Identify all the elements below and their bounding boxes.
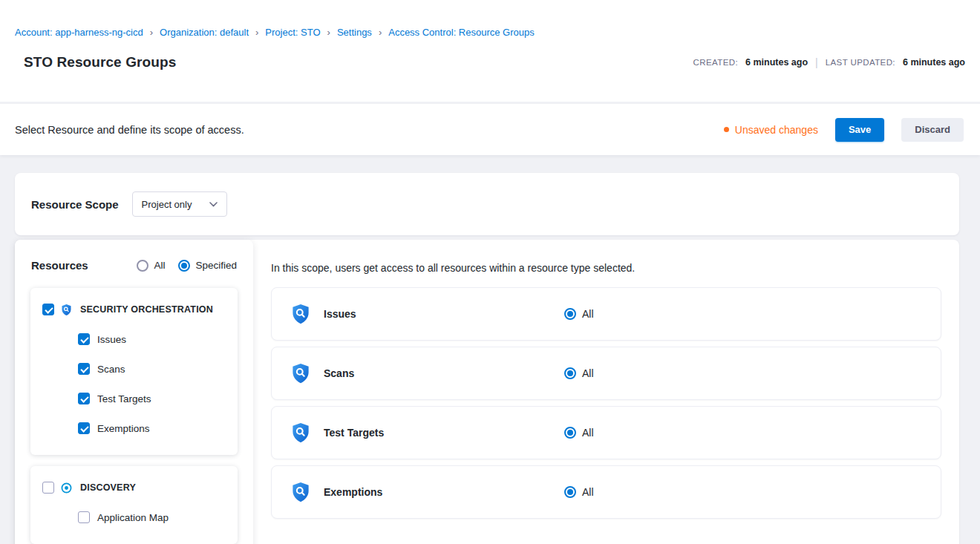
radio-icon[interactable] [178,260,190,272]
radio-icon[interactable] [137,260,148,272]
page-title: STO Resource Groups [24,54,176,71]
all-radio-label[interactable]: All [154,260,165,271]
resource-scope-selected-value: Project only [142,199,192,210]
chevron-right-icon: › [150,27,153,38]
breadcrumb-organization-link[interactable]: Organization: default [160,27,249,38]
discovery-icon [60,482,73,494]
resource-group-security-orchestration: SECURITY ORCHESTRATION Issues Scans Test… [30,288,238,455]
test-targets-checkbox-label[interactable]: Test Targets [97,393,151,404]
action-toolbar: Select Resource and define its scope of … [0,104,980,155]
test-targets-checkbox[interactable] [78,393,90,404]
breadcrumb-resource-groups-link[interactable]: Access Control: Resource Groups [388,27,535,38]
resource-type-name: Scans [324,367,564,379]
breadcrumb: Account: app-harness-ng-cicd › Organizat… [15,27,965,38]
security-orchestration-checkbox[interactable] [42,304,54,315]
scans-checkbox[interactable] [78,363,90,375]
breadcrumb-project-link[interactable]: Project: STO [265,27,320,38]
unsaved-changes-indicator: Unsaved changes [724,124,818,136]
specified-resources-radio-option[interactable]: Specified [178,260,237,272]
issues-checkbox-label[interactable]: Issues [97,334,126,345]
resource-group-discovery: DISCOVERY Application Map [30,466,238,544]
resource-scope-label: Resource Scope [31,198,119,211]
main-content: Resource Scope Project only Resources Al… [0,155,980,544]
created-label: CREATED: [693,58,739,67]
access-row-exemptions: Exemptions All [271,465,941,519]
issues-checkbox[interactable] [78,333,90,345]
access-row-test-targets: Test Targets All [271,406,941,459]
save-button[interactable]: Save [835,118,884,142]
last-updated-label: LAST UPDATED: [826,58,895,67]
created-value: 6 minutes ago [745,57,808,68]
unsaved-changes-label: Unsaved changes [735,124,818,136]
resource-item-application-map: Application Map [78,502,226,532]
sto-shield-icon [290,422,312,444]
resources-panel: Resources All Specified [15,240,253,544]
all-access-radio-label[interactable]: All [582,308,594,320]
scope-description: In this scope, users get access to all r… [271,262,941,274]
sto-shield-icon [290,362,312,384]
access-row-scans: Scans All [271,347,941,400]
chevron-down-icon [209,202,218,207]
unsaved-dot-icon [724,127,729,132]
application-map-checkbox-label[interactable]: Application Map [97,512,169,523]
resource-item-test-targets: Test Targets [78,384,226,413]
resource-type-name: Exemptions [324,486,564,498]
exemptions-checkbox-label[interactable]: Exemptions [97,423,150,434]
resource-selection-card: Resources All Specified [15,240,959,544]
discovery-checkbox[interactable] [42,482,54,494]
chevron-right-icon: › [255,27,258,38]
chevron-right-icon: › [327,27,330,38]
meta-divider: | [815,56,818,68]
scans-checkbox-label[interactable]: Scans [97,364,125,375]
resource-item-scans: Scans [78,354,226,384]
resource-scope-card: Resource Scope Project only [15,173,959,235]
all-access-radio[interactable] [564,427,576,439]
chevron-right-icon: › [379,27,382,38]
sto-shield-icon [290,303,312,325]
last-updated-value: 6 minutes ago [903,57,965,68]
all-access-radio[interactable] [564,486,576,498]
discard-button[interactable]: Discard [901,118,964,142]
all-access-radio-label[interactable]: All [582,486,594,498]
resources-panel-title: Resources [31,259,88,272]
group-label-security-orchestration[interactable]: SECURITY ORCHESTRATION [80,304,213,315]
breadcrumb-account-link[interactable]: Account: app-harness-ng-cicd [15,27,143,38]
specified-radio-label[interactable]: Specified [195,260,237,271]
resource-item-exemptions: Exemptions [78,413,226,443]
sto-shield-icon [60,304,73,316]
application-map-checkbox[interactable] [78,511,90,523]
page-header: Account: app-harness-ng-cicd › Organizat… [0,0,980,102]
sto-shield-icon [290,481,312,503]
access-row-issues: Issues All [271,287,941,341]
breadcrumb-settings-link[interactable]: Settings [337,27,372,38]
resource-type-name: Issues [324,308,564,320]
created-updated-meta: CREATED: 6 minutes ago | LAST UPDATED: 6… [693,56,965,68]
group-label-discovery[interactable]: DISCOVERY [80,482,136,493]
all-access-radio[interactable] [564,367,576,379]
all-resources-radio-option[interactable]: All [137,260,165,272]
all-access-radio[interactable] [564,308,576,320]
all-access-radio-label[interactable]: All [582,427,594,439]
exemptions-checkbox[interactable] [78,422,90,434]
resource-type-name: Test Targets [324,427,564,439]
resource-scope-select[interactable]: Project only [132,191,227,217]
resource-item-issues: Issues [78,324,226,354]
toolbar-description: Select Resource and define its scope of … [15,124,244,136]
all-access-radio-label[interactable]: All [582,367,594,379]
scope-panel: In this scope, users get access to all r… [253,240,959,544]
